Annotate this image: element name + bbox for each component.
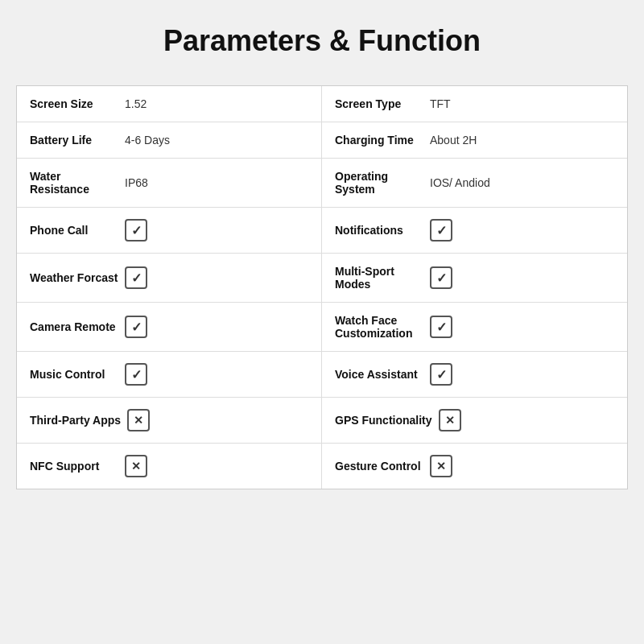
cell-left-0: Screen Size1.52 <box>17 86 322 122</box>
cell-value: IP68 <box>125 176 148 189</box>
cell-label: Charging Time <box>335 134 423 147</box>
table-row: Weather ForcastMulti-Sport Modes <box>17 254 627 303</box>
cell-value: About 2H <box>430 134 477 147</box>
cell-label: Camera Remote <box>30 320 118 333</box>
cross-icon <box>127 409 150 431</box>
cell-right-4: Multi-Sport Modes <box>322 254 627 302</box>
cell-value: 1.52 <box>125 97 147 110</box>
check-icon <box>430 363 452 386</box>
cross-icon <box>439 409 461 431</box>
table-row: Camera RemoteWatch Face Customization <box>17 303 627 352</box>
cell-left-1: Battery Life4-6 Days <box>17 122 322 158</box>
table-row: Third-Party AppsGPS Functionality <box>17 398 627 444</box>
cell-label: Third-Party Apps <box>30 414 121 427</box>
cell-label: Battery Life <box>30 134 118 147</box>
cell-left-6: Music Control <box>17 352 322 397</box>
cell-left-4: Weather Forcast <box>17 254 322 302</box>
cell-right-8: Gesture Control <box>322 444 627 489</box>
cell-label: GPS Functionality <box>335 414 432 427</box>
page-title: Parameters & Function <box>163 16 481 66</box>
cross-icon <box>125 455 147 477</box>
cell-left-7: Third-Party Apps <box>17 398 322 443</box>
cell-label: Music Control <box>30 368 118 381</box>
table-row: NFC SupportGesture Control <box>17 444 627 489</box>
cell-right-2: Operating SystemIOS/ Andiod <box>322 159 627 207</box>
cell-label: Notifications <box>335 224 423 237</box>
cell-label: Watch Face Customization <box>335 314 423 340</box>
cell-label: Phone Call <box>30 224 118 237</box>
cell-label: Operating System <box>335 170 423 196</box>
cell-left-5: Camera Remote <box>17 303 322 351</box>
cell-right-5: Watch Face Customization <box>322 303 627 351</box>
check-icon <box>125 266 147 289</box>
parameters-table: Screen Size1.52Screen TypeTFTBattery Lif… <box>16 85 628 489</box>
cell-label: Water Resistance <box>30 170 118 196</box>
check-icon <box>125 219 147 242</box>
cross-icon <box>430 455 452 477</box>
cell-label: NFC Support <box>30 460 118 473</box>
table-row: Water ResistanceIP68Operating SystemIOS/… <box>17 159 627 208</box>
cell-left-2: Water ResistanceIP68 <box>17 159 322 207</box>
check-icon <box>430 316 452 338</box>
table-row: Screen Size1.52Screen TypeTFT <box>17 86 627 122</box>
cell-value: TFT <box>430 97 451 110</box>
cell-label: Voice Assistant <box>335 368 423 381</box>
cell-right-3: Notifications <box>322 208 627 253</box>
cell-label: Screen Size <box>30 97 118 110</box>
cell-label: Multi-Sport Modes <box>335 265 423 291</box>
cell-right-7: GPS Functionality <box>322 398 627 443</box>
cell-right-1: Charging TimeAbout 2H <box>322 122 627 158</box>
cell-label: Weather Forcast <box>30 271 118 284</box>
check-icon <box>125 363 147 386</box>
cell-label: Gesture Control <box>335 460 423 473</box>
check-icon <box>125 316 147 338</box>
cell-value: 4-6 Days <box>125 134 170 147</box>
table-row: Battery Life4-6 DaysCharging TimeAbout 2… <box>17 122 627 159</box>
cell-label: Screen Type <box>335 97 423 110</box>
table-row: Phone CallNotifications <box>17 208 627 254</box>
cell-right-0: Screen TypeTFT <box>322 86 627 122</box>
table-row: Music ControlVoice Assistant <box>17 352 627 398</box>
check-icon <box>430 266 452 289</box>
cell-left-3: Phone Call <box>17 208 322 253</box>
check-icon <box>430 219 452 242</box>
cell-right-6: Voice Assistant <box>322 352 627 397</box>
cell-left-8: NFC Support <box>17 444 322 489</box>
cell-value: IOS/ Andiod <box>430 176 490 189</box>
